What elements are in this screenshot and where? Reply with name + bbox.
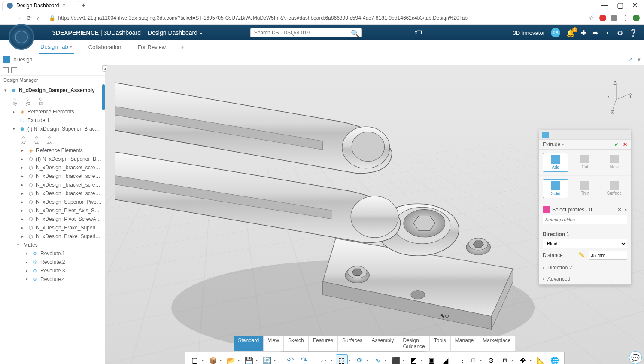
plane-xy-icon[interactable]: ◇xy (13, 96, 17, 106)
cmd-extrude-icon[interactable]: ⬚ (336, 354, 348, 364)
cmd-tab-manage[interactable]: Manage (451, 336, 478, 351)
home-icon[interactable]: ⌂ (37, 15, 40, 21)
cmd-redo-icon[interactable]: ↷ (298, 354, 310, 364)
tree-item-mate[interactable]: ▾⚙Revolute.4 (0, 275, 105, 284)
tree-item-part[interactable]: ▸⬡N_xDesign_Pivot_ScrewA... (0, 215, 105, 223)
tab-design[interactable]: Design Tab▾ (39, 40, 74, 54)
cancel-button[interactable]: ✕ (623, 141, 627, 147)
avatar[interactable]: ES (551, 28, 560, 37)
tree-item-part[interactable]: ▸⬡N_xDesign _bracket_screw... (0, 163, 105, 172)
plane-yz-icon[interactable]: ◇yz (26, 96, 30, 106)
cmd-tab-marketplace[interactable]: Marketplace (478, 336, 515, 351)
view-cube[interactable]: Z Y X ‹ (597, 78, 635, 117)
compass-icon[interactable] (9, 24, 34, 50)
tree-item-mate[interactable]: ▸⚙Revolute.2 (0, 258, 105, 266)
collapse-panel-icon[interactable]: ◂ (102, 65, 107, 72)
chevron-up-icon[interactable]: ʌ (624, 207, 627, 213)
panel-tool-icon[interactable] (3, 67, 9, 73)
browser-tab[interactable]: Design Dashboard × (2, 1, 79, 10)
settings-icon[interactable]: ⚙ (617, 29, 623, 37)
cmd-move-icon[interactable]: ✥ (517, 354, 529, 364)
tree-item-reference[interactable]: ▸ ◈ Reference Elements (0, 146, 105, 155)
network-icon[interactable]: ⫘ (604, 29, 611, 37)
cmd-tab-features[interactable]: Features (309, 336, 338, 351)
tree-item-mate[interactable]: ▸⚙Revolute.3 (0, 266, 105, 275)
cmd-measure-icon[interactable]: 📐 (535, 354, 547, 364)
reload-icon[interactable]: ⟳ (27, 15, 32, 21)
end-type-select[interactable]: Blind (543, 239, 627, 248)
cmd-tab-design-guidance[interactable]: Design Guidance (398, 336, 429, 351)
tab-collaboration[interactable]: Collaboration (87, 41, 123, 53)
advanced-section[interactable]: ▸ Advanced (539, 273, 631, 284)
new-tab-button[interactable]: + (82, 2, 85, 9)
tree-item-part[interactable]: ▸⬡N_xDesign_Pivot_Axis_Scr... (0, 206, 105, 215)
3d-viewport[interactable]: Z Y X ‹ ⬉◇ 💬 Extrude ▾ ✓ ✕ AddCutNew (105, 65, 644, 364)
cmd-tab-standard[interactable]: Standard (234, 336, 264, 351)
mode-add[interactable]: Add (543, 153, 568, 172)
plane-zx-icon[interactable]: ◇zx (39, 96, 43, 106)
tree-item-part[interactable]: ▸⬡(f) N_xDesign_Superior_Bra... (0, 155, 105, 163)
mode-thin[interactable]: Thin (572, 179, 598, 198)
cmd-chamfer-icon[interactable]: ◩ (408, 354, 420, 364)
cmd-mate-icon[interactable]: ⧈ (499, 354, 511, 364)
dashboard-name[interactable]: Design Dashboard ▾ (148, 29, 202, 36)
cmd-sweep-icon[interactable]: ∿ (372, 354, 384, 364)
chevron-down-icon[interactable]: ▾ (562, 142, 564, 147)
cmd-globe-icon[interactable]: 🌐 (549, 354, 561, 364)
tree-item-mates[interactable]: ▾ Mates (0, 241, 105, 249)
mode-cut[interactable]: Cut (572, 153, 598, 172)
cmd-open-icon[interactable]: 📂 (225, 354, 237, 364)
plane-yz-icon[interactable]: ◇yz (34, 135, 39, 144)
tree-item-part[interactable]: ▸⬡N_xDesign _bracket_screw... (0, 180, 105, 189)
share-icon[interactable]: ➦ (592, 29, 598, 37)
add-tab-button[interactable]: + (180, 43, 184, 51)
help-icon[interactable]: ❔ (629, 29, 638, 37)
clear-icon[interactable]: ✕ (617, 207, 622, 213)
extension-icon[interactable] (611, 15, 617, 21)
cmd-tab-assembly[interactable]: Assembly (367, 336, 398, 351)
search-icon[interactable]: 🔍 (351, 29, 359, 37)
profile-icon[interactable] (633, 15, 640, 21)
tag-icon[interactable]: 🏷 (414, 28, 422, 37)
back-icon[interactable]: ← (4, 15, 10, 21)
cmd-undo-icon[interactable]: ↶ (285, 354, 297, 364)
tab-for-review[interactable]: For Review (136, 41, 167, 53)
cmd-mirror-icon[interactable]: ⧉ (467, 354, 479, 364)
chat-icon[interactable]: 💬 (629, 351, 642, 364)
tab-close-icon[interactable]: × (62, 3, 65, 9)
scrollbar-thumb[interactable] (102, 84, 105, 110)
cmd-shell-icon[interactable]: ▣ (426, 354, 438, 364)
star-icon[interactable]: ☆ (589, 15, 594, 21)
cmd-tab-sketch[interactable]: Sketch (284, 336, 309, 351)
plane-zx-icon[interactable]: ◇zx (47, 135, 52, 144)
notification-icon[interactable]: 🔔1 (566, 29, 575, 37)
measure-icon[interactable]: 📏 (578, 252, 585, 259)
menu-icon[interactable]: ⋮ (622, 14, 629, 22)
maximize-icon[interactable]: ▢ (617, 1, 623, 9)
url-field[interactable]: 🔒 https://euw1-21qna11004-ifwe.3dx-stagi… (46, 15, 583, 21)
distance-input[interactable] (589, 251, 627, 260)
tree-item-subassembly[interactable]: ▾ ⬢ (f) N_xDesign_Superior_Bracket... (0, 125, 105, 133)
search-input[interactable] (250, 28, 362, 37)
mode-surface[interactable]: Surface (601, 179, 627, 198)
plane-xy-icon[interactable]: ◇xy (21, 135, 26, 144)
cmd-sketch-icon[interactable]: ▱ (318, 354, 330, 364)
panel-tool-icon[interactable] (11, 67, 17, 73)
cmd-rebuild-icon[interactable]: 🔄 (261, 354, 273, 364)
tree-item-part[interactable]: ▸⬡N_xDesign _bracket_screw... (0, 189, 105, 198)
forward-icon[interactable]: → (15, 15, 21, 21)
tree-item-extrude[interactable]: ⬡ Extrude.1 (0, 116, 105, 125)
minimize-widget-icon[interactable]: — (617, 56, 623, 63)
mode-solid[interactable]: Solid (543, 179, 568, 198)
cmd-fillet-icon[interactable]: ⬛ (390, 354, 402, 364)
cmd-tab-view[interactable]: View (264, 336, 284, 351)
direction2-section[interactable]: ▸ Direction 2 (539, 262, 631, 273)
cmd-lasso-icon[interactable]: ▢ (189, 354, 201, 364)
confirm-button[interactable]: ✓ (614, 141, 619, 147)
tree-item-part[interactable]: ▸⬡N_xDesign_Brake_Superior... (0, 232, 105, 241)
profile-input[interactable] (543, 215, 627, 224)
cmd-hole-icon[interactable]: ⊙ (485, 354, 497, 364)
mode-new[interactable]: New (601, 153, 627, 172)
panel-titlebar[interactable] (539, 130, 631, 140)
cmd-revolve-icon[interactable]: ⟳ (354, 354, 366, 364)
